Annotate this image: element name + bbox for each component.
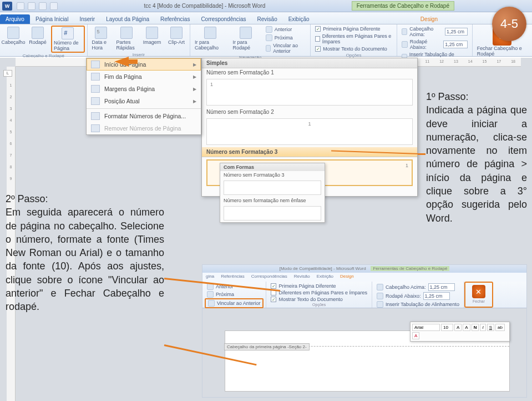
date-time-button[interactable]: 5Data e Hora <box>90 26 112 52</box>
annotation-step1: 1º Passo: Indicada a página que deve ini… <box>426 90 527 225</box>
header-button[interactable]: Cabeçalho <box>2 26 24 46</box>
font-color-icon[interactable]: A <box>412 332 419 339</box>
quick-access-toolbar[interactable] <box>17 2 58 10</box>
mini-header-top[interactable]: Cabeçalho Acima:1,25 cm <box>374 283 462 292</box>
mini-next[interactable]: Próxima <box>205 290 264 298</box>
mini-check-2[interactable]: Diferentes em Páginas Pares e Ímpares <box>268 289 369 296</box>
mini-ribbon: Anterior Próxima Vincular ao Anterior Na… <box>202 282 526 308</box>
annotation-step1-body: Indicada a página que deve iniciar a num… <box>426 103 527 225</box>
annotation-step2: 2º Passo: Em seguida aparecerá o número … <box>6 192 164 314</box>
callout-connector <box>418 153 425 155</box>
gallery-item-label: Número sem Formatação 1 <box>202 68 417 77</box>
secondary-screenshot: [Modo de Compatibilidade] - Microsoft Wo… <box>202 264 527 398</box>
window-title: tcc 4 [Modo de Compatibilidade] - Micros… <box>58 3 352 9</box>
quick-parts-button[interactable]: Partes Rápidas <box>114 26 139 52</box>
mini-doc-area: Arial 10 A A N I S ab A Cabeçalho da pri… <box>202 308 526 397</box>
annotation-step2-title: 2º Passo: <box>6 192 164 205</box>
chevron-right-icon: ▶ <box>193 99 196 104</box>
annotation-step1-title: 1º Passo: <box>426 90 527 103</box>
slide-number-badge: 4-5 <box>492 7 526 41</box>
goto-header-button[interactable]: Ir para Cabeçalho <box>192 26 228 52</box>
file-tab[interactable]: Arquivo <box>0 14 30 24</box>
chevron-right-icon: ▶ <box>193 62 196 67</box>
bold-icon[interactable]: N <box>472 324 479 331</box>
page-number-button[interactable]: #Número de Página <box>51 26 85 53</box>
mini-font-toolbar[interactable]: Arial 10 A A N I S ab A <box>410 322 510 342</box>
svg-marker-0 <box>114 57 138 67</box>
gallery-secondary: Com Formas Número sem Formatação 3 Númer… <box>220 163 325 223</box>
tab-mailings[interactable]: Correspondências <box>195 14 251 24</box>
gallery-item-label: Número sem Formatação 2 <box>202 108 417 116</box>
tab-review[interactable]: Revisão <box>252 14 283 24</box>
group-position: Cabeçalho Acima:1,25 cm Rodapé Abaixo:1,… <box>397 24 473 56</box>
gallery2-header: Com Formas <box>220 163 325 171</box>
group-insert: 5Data e Hora Partes Rápidas Imagem Clip-… <box>88 24 190 56</box>
mini-check-3[interactable]: ✓Mostrar Texto do Documento <box>268 296 369 303</box>
group-options: ✓Primeira Página Diferente Diferentes em… <box>311 24 397 56</box>
tab-layout[interactable]: Layout da Página <box>100 14 155 24</box>
tab-references[interactable]: Referências <box>155 14 195 24</box>
annotation-step2-body: Em seguida aparecerá o número de página … <box>6 205 164 313</box>
dropdown-top-of-page[interactable]: Início da Página▶ <box>87 58 201 71</box>
tab-view[interactable]: Exibição <box>283 14 315 24</box>
callout-arrow-icon <box>114 56 138 68</box>
mini-contextual-tab: Ferramentas de Cabeçalho e Rodapé <box>371 266 449 271</box>
mini-link-previous[interactable]: Vincular ao Anterior <box>205 298 264 308</box>
link-previous-button[interactable]: Vincular ao Anterior <box>264 42 308 54</box>
gallery2-item-label: Número sem Formatação 3 <box>220 171 325 179</box>
ribbon: Cabeçalho Rodapé #Número de Página Cabeç… <box>0 24 532 57</box>
grow-font-icon[interactable]: A <box>454 324 462 331</box>
footer-button[interactable]: Rodapé <box>27 26 49 46</box>
font-size-box[interactable]: 10 <box>441 324 453 331</box>
chevron-right-icon: ▶ <box>193 74 196 79</box>
shrink-font-icon[interactable]: A <box>463 324 470 331</box>
show-doc-text-check[interactable]: ✓Mostrar Texto do Documento <box>313 46 394 52</box>
first-page-different-check[interactable]: ✓Primeira Página Diferente <box>313 26 394 32</box>
tab-insert[interactable]: Inserir <box>74 14 100 24</box>
clipart-button[interactable]: Clip-Art <box>165 26 188 46</box>
gallery2-item-1[interactable] <box>224 181 321 195</box>
odd-even-different-check[interactable]: Diferentes em Páginas Pares e Ímpares <box>313 33 394 45</box>
mini-footer-bottom[interactable]: Rodapé Abaixo:1,25 cm <box>374 292 462 300</box>
mini-check-1[interactable]: ✓Primeira Página Diferente <box>268 283 369 289</box>
page-number-dropdown: Início da Página▶ Fim da Página▶ Margens… <box>86 58 201 135</box>
tab-design[interactable]: Design <box>415 14 443 24</box>
header-from-top[interactable]: Cabeçalho Acima:1,25 cm <box>399 26 470 38</box>
dropdown-format-numbers[interactable]: Formatar Números de Página... <box>87 110 201 122</box>
contextual-tab-label: Ferramentas de Cabeçalho e Rodapé <box>352 1 454 11</box>
gallery-header-simple: Simples <box>202 58 417 68</box>
goto-footer-button[interactable]: Ir para Rodapé <box>230 26 261 52</box>
previous-button[interactable]: Anterior <box>264 26 308 33</box>
close-icon: ✕ <box>472 285 485 298</box>
dropdown-current-position[interactable]: Posição Atual▶ <box>87 95 201 107</box>
chevron-right-icon: ▶ <box>193 87 196 92</box>
gallery-item-2[interactable]: 1 <box>206 118 413 145</box>
mini-align-tab[interactable]: Inserir Tabulação de Alinhamento <box>374 300 462 308</box>
header-section-tag: Cabeçalho da primeira página -Seção 2- <box>224 343 310 350</box>
tab-home[interactable]: Página Inicial <box>30 14 74 24</box>
ribbon-tabs: Arquivo Página Inicial Inserir Layout da… <box>0 12 532 24</box>
gallery2-item-label: Número sem formatação nem ênfase <box>220 197 325 204</box>
gallery-item-1[interactable]: 1 <box>206 79 413 106</box>
picture-button[interactable]: Imagem <box>141 26 163 46</box>
dropdown-bottom-of-page[interactable]: Fim da Página▶ <box>87 71 201 83</box>
dropdown-page-margins[interactable]: Margens da Página▶ <box>87 83 201 95</box>
group-header-footer: Cabeçalho Rodapé #Número de Página Cabeç… <box>0 24 88 56</box>
mini-close-header-footer[interactable]: ✕ <box>468 284 490 299</box>
mini-tabs: ginaReferênciasCorrespondênciasRevisãoEx… <box>202 273 526 282</box>
view-button[interactable]: L <box>3 70 12 77</box>
footer-from-bottom[interactable]: Rodapé Abaixo:1,25 cm <box>399 38 470 51</box>
word-icon: W <box>2 2 12 11</box>
italic-icon[interactable]: I <box>480 324 485 331</box>
title-bar: W tcc 4 [Modo de Compatibilidade] - Micr… <box>0 0 532 12</box>
dropdown-remove-numbers[interactable]: Remover Números de Página <box>87 122 201 134</box>
group-navigation: Ir para Cabeçalho Ir para Rodapé Anterio… <box>190 24 311 56</box>
mini-title: [Modo de Compatibilidade] - Microsoft Wo… <box>280 266 366 271</box>
gallery2-item-2[interactable] <box>224 206 321 220</box>
highlight-icon[interactable]: ab <box>495 324 505 331</box>
underline-icon[interactable]: S <box>487 324 494 331</box>
font-name-box[interactable]: Arial <box>412 324 440 331</box>
next-button[interactable]: Próxima <box>264 34 308 42</box>
